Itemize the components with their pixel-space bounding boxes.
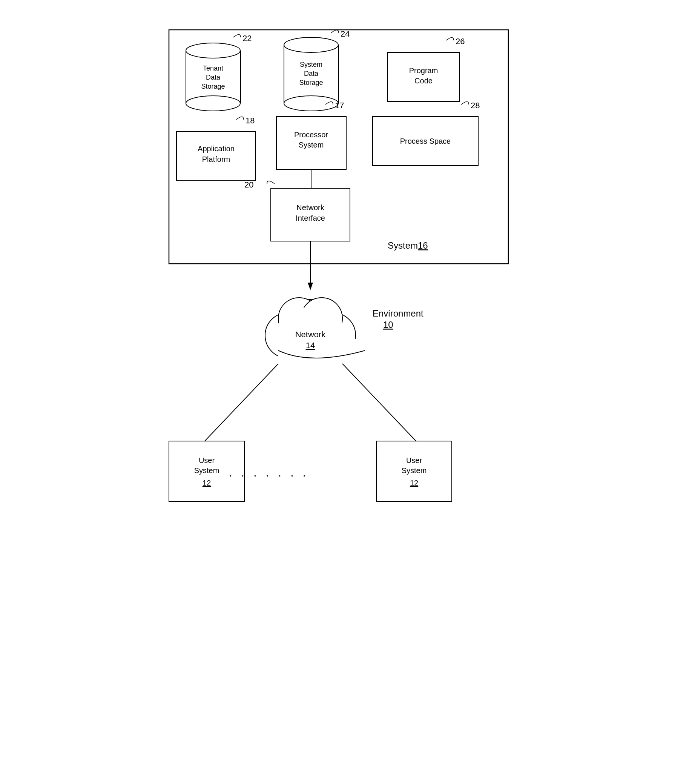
svg-text:26: 26 — [455, 36, 465, 46]
diagram-svg: 22 24 26 17 28 18 20 — [139, 15, 554, 769]
svg-line-34 — [342, 364, 416, 441]
svg-text:Program: Program — [409, 66, 438, 75]
svg-text:· · · · · · ·: · · · · · · · — [228, 469, 309, 481]
svg-point-4 — [186, 96, 240, 111]
svg-text:User: User — [406, 456, 422, 464]
svg-text:Data: Data — [205, 74, 220, 81]
svg-text:Application: Application — [197, 145, 235, 153]
svg-text:Processor: Processor — [294, 130, 328, 139]
svg-text:User: User — [198, 456, 215, 464]
svg-point-9 — [284, 37, 338, 53]
svg-text:Environment: Environment — [373, 308, 424, 318]
svg-text:14: 14 — [306, 341, 314, 350]
svg-text:Process Space: Process Space — [400, 137, 450, 145]
svg-text:12: 12 — [202, 479, 210, 487]
svg-text:System: System — [298, 141, 324, 149]
diagram-container: 22 24 26 17 28 18 20 — [139, 15, 554, 769]
svg-text:24: 24 — [340, 29, 350, 38]
svg-text:Network: Network — [295, 330, 326, 339]
svg-point-3 — [186, 43, 240, 58]
svg-text:System: System — [194, 466, 219, 474]
svg-text:22: 22 — [242, 34, 251, 43]
svg-text:12: 12 — [409, 479, 418, 487]
svg-text:Storage: Storage — [299, 79, 323, 86]
svg-text:Network: Network — [296, 203, 324, 212]
svg-text:Code: Code — [414, 77, 432, 85]
svg-text:Interface: Interface — [296, 214, 325, 222]
svg-marker-25 — [308, 283, 313, 290]
svg-text:10: 10 — [383, 320, 393, 330]
svg-text:System16: System16 — [388, 240, 428, 250]
svg-text:Platform: Platform — [202, 155, 230, 163]
svg-text:28: 28 — [471, 101, 480, 110]
svg-text:20: 20 — [244, 180, 253, 189]
svg-text:17: 17 — [335, 101, 344, 110]
svg-point-10 — [284, 96, 338, 111]
svg-text:Data: Data — [304, 70, 318, 77]
svg-line-33 — [205, 364, 278, 441]
svg-text:System: System — [401, 466, 427, 474]
svg-text:Tenant: Tenant — [202, 64, 223, 72]
svg-text:18: 18 — [245, 116, 255, 125]
svg-text:Storage: Storage — [201, 82, 225, 90]
svg-text:System: System — [299, 61, 322, 68]
